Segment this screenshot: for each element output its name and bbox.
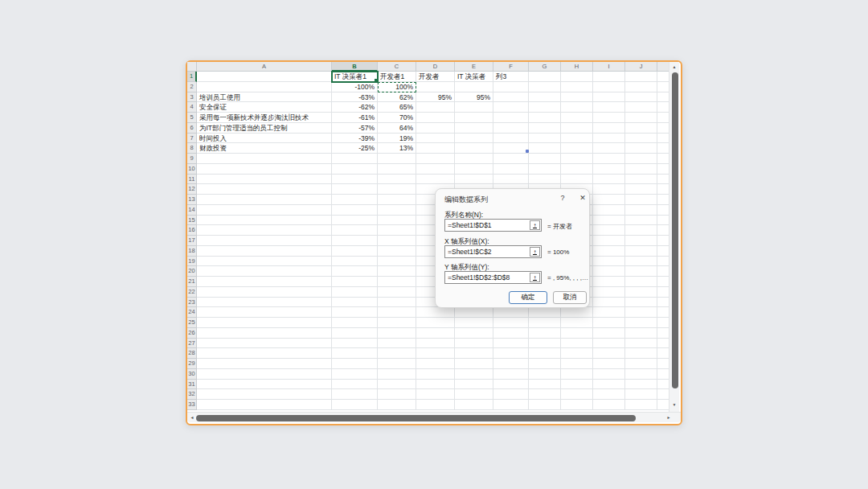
cell[interactable]	[529, 102, 561, 113]
cell[interactable]	[197, 348, 332, 359]
cell[interactable]	[625, 143, 657, 154]
cell-D3[interactable]: 95%	[416, 92, 455, 103]
cell[interactable]	[332, 225, 378, 236]
cell-E1[interactable]: IT 决策者	[455, 72, 493, 82]
cell[interactable]	[625, 389, 657, 400]
cell[interactable]	[561, 164, 593, 175]
cell[interactable]	[493, 369, 529, 380]
cell[interactable]	[593, 318, 625, 328]
cell[interactable]	[593, 307, 625, 318]
cell[interactable]	[332, 175, 378, 185]
cell[interactable]	[378, 318, 416, 328]
cell[interactable]	[625, 216, 657, 226]
row-header-32[interactable]: 32	[187, 389, 197, 400]
col-header-E[interactable]: E	[455, 62, 493, 72]
cell[interactable]	[416, 318, 455, 328]
cell[interactable]	[561, 307, 593, 318]
cell[interactable]	[593, 380, 625, 390]
cell[interactable]	[529, 72, 561, 82]
series-name-value[interactable]: =Sheet1!$D$1	[448, 221, 541, 229]
cell[interactable]	[529, 369, 561, 380]
cell[interactable]	[593, 298, 625, 308]
cell[interactable]	[625, 369, 657, 380]
cell[interactable]	[493, 175, 529, 185]
cell[interactable]	[197, 205, 332, 216]
row-header-23[interactable]: 23	[187, 298, 197, 308]
row-header-24[interactable]: 24	[187, 307, 197, 318]
cell[interactable]	[197, 328, 332, 339]
cancel-button[interactable]: 取消	[553, 291, 587, 304]
cell[interactable]	[378, 400, 416, 410]
cell[interactable]	[378, 195, 416, 205]
cell[interactable]	[593, 102, 625, 113]
col-header-C[interactable]: C	[378, 62, 416, 72]
cell[interactable]	[378, 359, 416, 369]
cell[interactable]	[455, 102, 493, 113]
cell[interactable]	[493, 164, 529, 175]
x-values-value[interactable]: =Sheet1!$C$2	[448, 248, 541, 256]
cell[interactable]	[593, 175, 625, 185]
row-header-10[interactable]: 10	[187, 164, 197, 175]
cell[interactable]	[332, 154, 378, 164]
cell[interactable]	[625, 257, 657, 267]
cell[interactable]	[625, 92, 657, 103]
cell[interactable]	[378, 175, 416, 185]
cell[interactable]	[197, 195, 332, 205]
vertical-scroll-thumb[interactable]	[672, 72, 678, 388]
col-header-D[interactable]: D	[416, 62, 455, 72]
col-header-A[interactable]: A	[197, 62, 332, 72]
cell[interactable]	[561, 82, 593, 92]
col-header-J[interactable]: J	[625, 62, 657, 72]
cell[interactable]	[197, 266, 332, 277]
cell[interactable]	[197, 72, 332, 82]
cell[interactable]	[416, 307, 455, 318]
row-header-22[interactable]: 22	[187, 287, 197, 298]
cell[interactable]	[493, 359, 529, 369]
cell[interactable]	[561, 369, 593, 380]
cell[interactable]	[416, 339, 455, 349]
cell[interactable]	[455, 348, 493, 359]
cell[interactable]	[493, 400, 529, 410]
cell[interactable]	[529, 359, 561, 369]
cell[interactable]	[561, 389, 593, 400]
cell[interactable]	[455, 134, 493, 144]
cell[interactable]	[378, 154, 416, 164]
cell[interactable]	[593, 339, 625, 349]
cell[interactable]	[455, 359, 493, 369]
cell[interactable]	[332, 205, 378, 216]
cell[interactable]	[625, 400, 657, 410]
row-header-3[interactable]: 3	[187, 92, 197, 103]
col-header-B[interactable]: B	[332, 62, 378, 72]
cell[interactable]	[561, 72, 593, 82]
cell[interactable]	[493, 380, 529, 390]
cell[interactable]	[197, 82, 332, 92]
cell[interactable]	[455, 113, 493, 123]
cell[interactable]	[561, 143, 593, 154]
cell[interactable]	[593, 113, 625, 123]
row-header-25[interactable]: 25	[187, 318, 197, 328]
cell[interactable]	[529, 113, 561, 123]
cell[interactable]	[416, 134, 455, 144]
row-header-12[interactable]: 12	[187, 184, 197, 195]
cell[interactable]	[625, 236, 657, 246]
cell[interactable]	[332, 164, 378, 175]
cell[interactable]	[529, 328, 561, 339]
cell[interactable]	[455, 318, 493, 328]
cell[interactable]	[593, 236, 625, 246]
cell[interactable]	[332, 359, 378, 369]
cell[interactable]	[625, 277, 657, 287]
cell[interactable]	[416, 123, 455, 134]
cell-C4[interactable]: 65%	[378, 102, 416, 113]
cell[interactable]	[197, 318, 332, 328]
cell[interactable]	[197, 154, 332, 164]
row-header-1[interactable]: 1	[187, 72, 197, 82]
cell[interactable]	[529, 175, 561, 185]
cell[interactable]	[332, 216, 378, 226]
cell[interactable]	[529, 134, 561, 144]
cell[interactable]	[416, 113, 455, 123]
cell[interactable]	[625, 82, 657, 92]
cell[interactable]	[561, 318, 593, 328]
cell[interactable]	[197, 389, 332, 400]
cell[interactable]	[593, 266, 625, 277]
cell[interactable]	[378, 380, 416, 390]
